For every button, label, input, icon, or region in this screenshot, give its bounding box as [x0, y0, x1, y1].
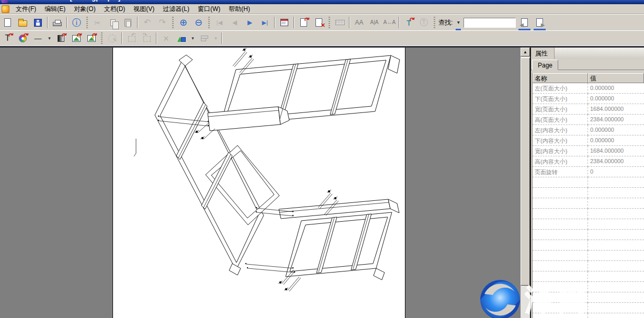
line-style-button[interactable]: — [31, 32, 45, 45]
drawing-line [332, 60, 348, 114]
font-width-button[interactable]: A|A [367, 16, 381, 29]
cut-button: ✂ [91, 16, 105, 29]
property-row[interactable]: 左(内容大小)0.000000 [533, 125, 644, 135]
shading-editor-button[interactable]: ↷ [54, 32, 68, 45]
property-row[interactable]: 高(页面大小)2384.000000 [533, 115, 644, 125]
import-page-button[interactable]: ↷ [297, 16, 311, 29]
align-dropdown-icon: ▾ [214, 36, 217, 41]
screw [285, 288, 287, 290]
property-value[interactable]: 2384.000000 [588, 115, 644, 125]
delete-page-button[interactable]: ✕ [312, 16, 326, 29]
property-name[interactable]: 下(页面大小) [533, 94, 588, 104]
column-value[interactable]: 值 [588, 73, 644, 83]
tab-page[interactable]: Page [532, 60, 558, 70]
next-page-button[interactable]: ▶ [243, 16, 257, 29]
drawing-line [353, 214, 369, 269]
drawing-line [289, 278, 301, 291]
property-value[interactable]: 0 [588, 167, 644, 177]
property-value[interactable]: 2384.000000 [588, 156, 644, 167]
property-value[interactable]: 0.000000 [588, 135, 644, 146]
color-editor-button[interactable]: ↷ [16, 32, 30, 45]
drawing-line [233, 51, 245, 66]
property-name[interactable]: 左(页面大小) [533, 83, 588, 94]
font-embed-button[interactable]: AA [352, 16, 366, 29]
screw [279, 281, 281, 283]
paste-button [121, 16, 135, 29]
font-spacing-button[interactable]: A↔A [382, 16, 397, 29]
menu-F[interactable]: 文件(F) [12, 4, 40, 15]
toolbar-objects: T↷↷—▾↷↷↷✕▾▾ [0, 31, 644, 46]
scrollbar-thumb[interactable] [521, 58, 530, 286]
property-name[interactable]: 高(内容大小) [533, 156, 588, 167]
page-layout-button[interactable] [277, 16, 291, 29]
menu-O[interactable]: 对象(O) [70, 4, 99, 15]
property-value[interactable]: 0.000000 [588, 125, 644, 135]
pdf-page[interactable] [112, 48, 405, 318]
find-input[interactable] [464, 18, 516, 28]
cut-icon: ✂ [94, 19, 101, 27]
next-page-icon: ▶ [247, 19, 252, 26]
open-file-button[interactable] [16, 16, 30, 29]
menu-W[interactable]: 窗口(W) [194, 4, 224, 15]
save-file-button[interactable] [31, 16, 45, 29]
property-name[interactable]: 高(页面大小) [533, 115, 588, 125]
edit-image-button[interactable]: ↷ [69, 32, 83, 45]
zoom-in-button[interactable]: ⊕ [176, 16, 190, 29]
panel-tabstrip: Page [531, 59, 644, 70]
property-value[interactable]: 0.000000 [588, 94, 644, 104]
property-row[interactable]: 宽(内容大小)1684.000000 [533, 146, 644, 156]
property-value[interactable]: 1684.000000 [588, 104, 644, 115]
last-page-button[interactable]: ▶| [258, 16, 272, 29]
property-value[interactable]: 1684.000000 [588, 146, 644, 156]
zoom-out-button[interactable]: ⊖ [191, 16, 206, 29]
toolbar-grip[interactable] [172, 17, 174, 28]
property-name[interactable]: 左(内容大小) [533, 125, 588, 135]
property-row[interactable]: 高(内容大小)2384.000000 [533, 156, 644, 167]
panel-title-bar: 属性 [531, 48, 644, 59]
toolbar-grip[interactable] [433, 17, 436, 28]
property-row[interactable]: 页面旋转0 [533, 167, 644, 177]
add-image-button[interactable]: ↷ [84, 32, 98, 45]
insert-shape-button[interactable] [174, 32, 188, 45]
add-text-icon: T [5, 34, 10, 42]
find-previous-button[interactable]: ◀ [517, 16, 532, 29]
text-circle-button: Ⓣ [417, 16, 431, 29]
property-name[interactable]: 下(内容大小) [533, 135, 588, 146]
line-style-dropdown-button[interactable]: ▾ [46, 32, 53, 45]
property-row[interactable]: 下(内容大小)0.000000 [533, 135, 644, 146]
shape-dropdown-icon: ▾ [191, 36, 194, 41]
menu-H[interactable]: 帮助(H) [224, 4, 254, 15]
property-row[interactable]: 下(页面大小)0.000000 [533, 94, 644, 104]
toolbar-grip[interactable] [100, 32, 103, 44]
first-page-icon: |◀ [217, 20, 222, 26]
new-document-button[interactable] [1, 16, 15, 29]
find-next-button[interactable]: ▶ [533, 16, 547, 29]
column-name[interactable]: 名称 [533, 73, 588, 83]
property-name[interactable]: 宽(内容大小) [533, 146, 588, 156]
scroll-up-button[interactable]: ▲ [521, 48, 530, 56]
add-text-tag-button[interactable]: T↷ [402, 16, 416, 29]
vertical-scrollbar[interactable]: ▲ [521, 48, 530, 318]
empty-row [533, 292, 644, 303]
main-area: ▲ 属性 Page 名称 值 左(页面大小)0.000000下(页面大小)0.0… [0, 46, 644, 318]
document-canvas[interactable] [0, 48, 521, 318]
menu-V[interactable]: 视图(V) [129, 4, 159, 15]
shape-dropdown-button[interactable]: ▾ [189, 32, 196, 45]
property-name[interactable]: 宽(页面大小) [533, 104, 588, 115]
add-text-button[interactable]: T↷ [1, 32, 15, 45]
toolbar-grip[interactable] [208, 17, 210, 28]
document-info-button[interactable]: ⓘ [70, 16, 84, 29]
property-row[interactable]: 左(页面大小)0.000000 [533, 83, 644, 94]
property-name[interactable]: 页面旋转 [533, 167, 588, 177]
menu-D[interactable]: 文档(D) [100, 4, 130, 15]
menu-L[interactable]: 过滤器(L) [159, 4, 194, 15]
print-button[interactable] [50, 16, 64, 29]
shapes-icon [177, 35, 186, 42]
find-dropdown-button[interactable]: ▾ [455, 16, 462, 29]
property-row[interactable]: 宽(页面大小)1684.000000 [533, 104, 644, 115]
toolbar-grip[interactable] [328, 17, 331, 28]
document-info-icon: ⓘ [72, 18, 81, 27]
toolbar-grip[interactable] [86, 17, 88, 28]
property-value[interactable]: 0.000000 [588, 83, 644, 94]
menu-E[interactable]: 编辑(E) [40, 4, 70, 15]
